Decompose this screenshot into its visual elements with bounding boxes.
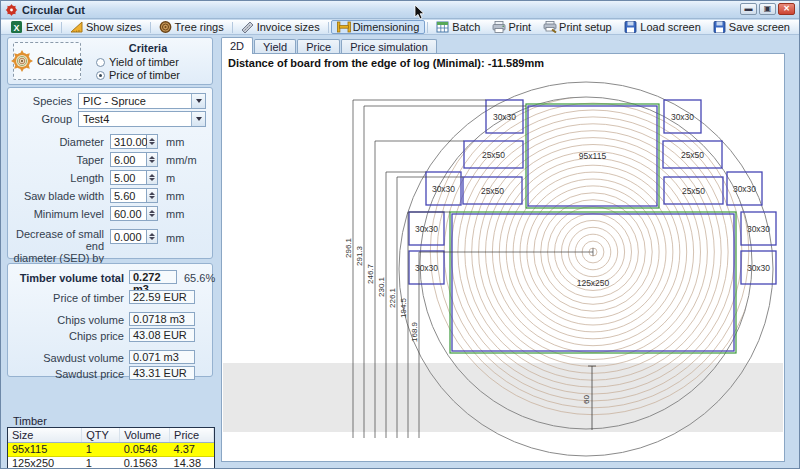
unit-label: m [166, 172, 175, 184]
unit-label: mm/m [166, 154, 197, 166]
tab-yield[interactable]: Yield [254, 39, 296, 54]
chips-price-label: Chips price [69, 330, 124, 342]
spinner[interactable] [147, 152, 158, 167]
settings-panel: Calculate Criteria Yield of timber Price… [3, 35, 217, 468]
chevron-down-icon[interactable] [191, 112, 205, 126]
tab-price-simulation[interactable]: Price simulation [341, 39, 437, 54]
toolbar-button-save-screen[interactable]: Save screen [707, 20, 796, 34]
saw-blade-width-label: Saw blade width [24, 190, 104, 202]
diameter-input[interactable]: 310.00 [110, 134, 147, 149]
species-label: Species [33, 95, 72, 107]
maximize-button[interactable]: ▣ [759, 3, 776, 15]
print-icon [492, 21, 505, 33]
column-header[interactable]: QTY [82, 428, 120, 442]
table-cell: 0.0546 [120, 442, 170, 456]
spinner[interactable] [147, 170, 158, 185]
svg-text:X: X [13, 23, 19, 33]
table-row[interactable]: 95x11510.05464.37 [8, 442, 214, 456]
chips-price-value: 43.08 EUR [129, 328, 195, 342]
load-screen-icon [624, 21, 637, 33]
taper-input[interactable]: 6.00 [110, 152, 147, 167]
table-cell: 1 [82, 442, 120, 456]
chips-volume-label: Chips volume [57, 314, 124, 326]
batch-icon [436, 21, 449, 33]
dimensioning-icon [337, 21, 350, 33]
board-label: 125x250 [577, 278, 610, 288]
toolbar-separator [328, 22, 329, 33]
below-minimum-band [223, 363, 783, 432]
toolbar-button-label: Excel [26, 21, 53, 33]
radio-label: Price of timber [109, 69, 180, 81]
board-label: 25x50 [681, 150, 704, 160]
app-icon [5, 4, 18, 16]
toolbar-button-print[interactable]: Print [486, 20, 537, 34]
tab-price[interactable]: Price [297, 39, 340, 54]
criteria-title: Criteria [88, 42, 208, 54]
taper-label: Taper [76, 154, 104, 166]
toolbar-button-print-setup[interactable]: Print setup [537, 20, 618, 34]
toolbar-button-tree-rings[interactable]: Tree rings [153, 20, 230, 34]
species-select[interactable]: PIC - Spruce [78, 93, 206, 109]
dimension-label: 194.5 [399, 297, 408, 318]
toolbar-button-label: Batch [452, 21, 480, 33]
log-cross-section-diagram: 30x3030x3095x11525x5025x5030x3025x5025x5… [222, 54, 784, 461]
minimize-button[interactable]: ▬ [740, 3, 757, 15]
table-row[interactable]: 125x25010.156314.38 [8, 456, 214, 469]
toolbar-button-load-screen[interactable]: Load screen [618, 20, 707, 34]
parameters-group: Species PIC - Spruce Group Test4 Diamete… [7, 87, 213, 259]
column-header[interactable]: Size [8, 428, 82, 442]
tab-2d[interactable]: 2D [221, 37, 253, 54]
length-input[interactable]: 5.00 [110, 170, 147, 185]
sed-label: Decrease of small enddiameter (SED) by [8, 228, 104, 264]
dimension-label: 291.3 [355, 245, 364, 266]
dimension-label: 226.1 [388, 287, 397, 308]
radio-price-of-timber[interactable]: Price of timber [96, 69, 180, 81]
radio-icon [96, 58, 105, 67]
saw-blade-width-input[interactable]: 5.60 [110, 188, 147, 203]
toolbar-button-show-sizes[interactable]: Show sizes [64, 20, 148, 34]
timber-table: SizeQTYVolumePrice95x11510.05464.37125x2… [7, 427, 215, 469]
calculate-button[interactable]: Calculate [13, 42, 81, 80]
table-cell: 125x250 [8, 456, 82, 469]
toolbar-button-label: Dimensioning [353, 21, 420, 33]
print-setup-icon [543, 21, 556, 33]
radio-yield-of-timber[interactable]: Yield of timber [96, 56, 179, 68]
close-button[interactable]: ✕ [778, 3, 795, 15]
group-select[interactable]: Test4 [78, 111, 206, 127]
diameter-label: Diameter [59, 136, 104, 148]
minimum-level-input[interactable]: 60.00 [110, 206, 147, 221]
unit-label: mm [166, 208, 184, 220]
toolbar: XExcelShow sizesTree ringsInvoice sizesD… [1, 20, 799, 35]
table-cell: 0.1563 [120, 456, 170, 469]
toolbar-button-invoice-sizes[interactable]: Invoice sizes [235, 20, 326, 34]
group-value: Test4 [79, 113, 191, 125]
toolbar-separator [61, 22, 62, 33]
save-screen-icon [713, 21, 726, 33]
spinner[interactable] [147, 134, 158, 149]
unit-label: mm [166, 136, 184, 148]
table-cell: 4.37 [170, 442, 214, 456]
toolbar-button-excel[interactable]: XExcel [4, 20, 59, 34]
main-panel: 2DYieldPricePrice simulation Distance of… [219, 35, 799, 468]
board-label: 25x50 [481, 186, 504, 196]
dimension-label: 168.9 [410, 321, 419, 342]
chevron-down-icon[interactable] [191, 94, 205, 108]
column-header[interactable]: Volume [120, 428, 170, 442]
spinner[interactable] [147, 206, 158, 221]
saw-blade-icon [11, 50, 33, 72]
table-header-row: SizeQTYVolumePrice [8, 428, 214, 442]
tree-rings-icon [159, 21, 172, 33]
toolbar-button-batch[interactable]: Batch [430, 20, 486, 34]
column-header[interactable]: Price [170, 428, 214, 442]
toolbar-button-label: Print setup [559, 21, 612, 33]
excel-icon: X [10, 21, 23, 33]
toolbar-separator [150, 22, 151, 33]
toolbar-button-label: Show sizes [86, 21, 142, 33]
timber-volume-pct: 65.6% [184, 272, 215, 284]
sed-input[interactable]: 0.000 [110, 229, 147, 244]
sed-spinner[interactable] [147, 229, 158, 244]
toolbar-button-dimensioning[interactable]: Dimensioning [331, 20, 426, 34]
radio-label: Yield of timber [109, 56, 179, 68]
sawdust-price-label: Sawdust price [55, 368, 124, 380]
spinner[interactable] [147, 188, 158, 203]
